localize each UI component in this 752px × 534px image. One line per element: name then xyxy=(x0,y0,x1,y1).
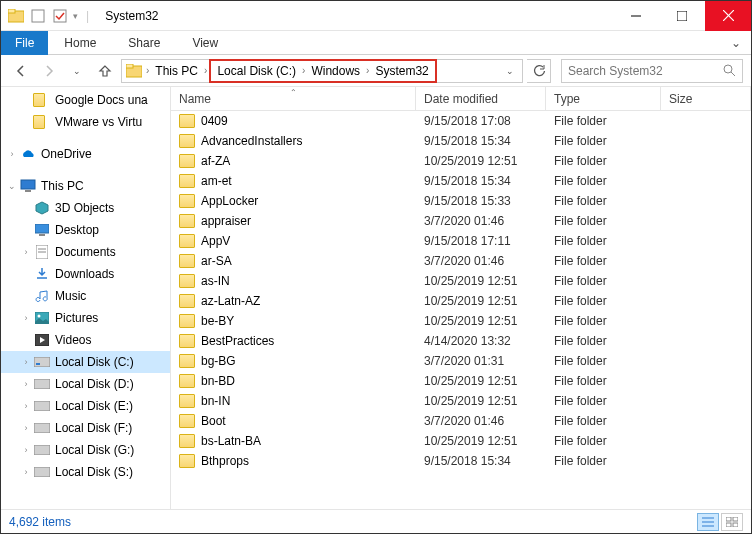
address-bar[interactable]: › This PC › Local Disk (C:) › Windows › … xyxy=(121,59,523,83)
refresh-button[interactable] xyxy=(527,59,551,83)
file-row[interactable]: BestPractices4/14/2020 13:32File folder xyxy=(171,331,751,351)
minimize-button[interactable] xyxy=(613,1,659,31)
tree-item-3d-objects[interactable]: 3D Objects xyxy=(1,197,170,219)
file-rows[interactable]: 04099/15/2018 17:08File folderAdvancedIn… xyxy=(171,111,751,509)
tree-item-disk-f[interactable]: › Local Disk (F:) xyxy=(1,417,170,439)
file-row[interactable]: bn-IN10/25/2019 12:51File folder xyxy=(171,391,751,411)
share-tab[interactable]: Share xyxy=(112,32,176,54)
search-input[interactable] xyxy=(568,64,723,78)
navigation-pane[interactable]: Google Docs una VMware vs Virtu › OneDri… xyxy=(1,87,171,509)
tree-item-disk-s[interactable]: › Local Disk (S:) xyxy=(1,461,170,483)
file-row[interactable]: AppV9/15/2018 17:11File folder xyxy=(171,231,751,251)
folder-icon xyxy=(179,454,195,468)
tree-item-disk-e[interactable]: › Local Disk (E:) xyxy=(1,395,170,417)
file-row[interactable]: AdvancedInstallers9/15/2018 15:34File fo… xyxy=(171,131,751,151)
close-button[interactable] xyxy=(705,1,751,31)
file-tab[interactable]: File xyxy=(1,31,48,55)
tree-item-google-docs[interactable]: Google Docs una xyxy=(1,89,170,111)
back-button[interactable] xyxy=(9,59,33,83)
expand-icon[interactable]: › xyxy=(19,379,33,389)
folder-icon xyxy=(179,114,195,128)
tree-item-music[interactable]: Music xyxy=(1,285,170,307)
tree-item-onedrive[interactable]: › OneDrive xyxy=(1,143,170,165)
file-type: File folder xyxy=(546,274,661,288)
file-row[interactable]: appraiser3/7/2020 01:46File folder xyxy=(171,211,751,231)
file-row[interactable]: am-et9/15/2018 15:34File folder xyxy=(171,171,751,191)
tree-item-disk-c[interactable]: › Local Disk (C:) xyxy=(1,351,170,373)
tree-item-downloads[interactable]: Downloads xyxy=(1,263,170,285)
expand-icon[interactable]: › xyxy=(19,423,33,433)
column-header-size[interactable]: Size xyxy=(661,87,751,110)
expand-icon[interactable]: › xyxy=(19,313,33,323)
column-header-type[interactable]: Type xyxy=(546,87,661,110)
chevron-right-icon[interactable]: › xyxy=(202,65,209,76)
file-row[interactable]: Bthprops9/15/2018 15:34File folder xyxy=(171,451,751,471)
tree-item-vmware[interactable]: VMware vs Virtu xyxy=(1,111,170,133)
chevron-right-icon[interactable]: › xyxy=(144,65,151,76)
3d-objects-icon xyxy=(33,200,51,216)
ribbon-expand-icon[interactable]: ⌄ xyxy=(721,36,751,50)
breadcrumb-windows[interactable]: Windows xyxy=(307,60,364,82)
file-type: File folder xyxy=(546,334,661,348)
column-header-name[interactable]: ⌃ Name xyxy=(171,87,416,110)
view-tab[interactable]: View xyxy=(176,32,234,54)
file-row[interactable]: bn-BD10/25/2019 12:51File folder xyxy=(171,371,751,391)
expand-icon[interactable]: › xyxy=(19,401,33,411)
file-date: 10/25/2019 12:51 xyxy=(416,394,546,408)
file-row[interactable]: Boot3/7/2020 01:46File folder xyxy=(171,411,751,431)
svg-point-10 xyxy=(724,65,732,73)
breadcrumb-local-disk[interactable]: Local Disk (C:) xyxy=(213,60,300,82)
up-button[interactable] xyxy=(93,59,117,83)
file-row[interactable]: 04099/15/2018 17:08File folder xyxy=(171,111,751,131)
file-name: AppLocker xyxy=(201,194,258,208)
disk-icon xyxy=(33,420,51,436)
maximize-button[interactable] xyxy=(659,1,705,31)
checkbox-icon[interactable] xyxy=(51,7,69,25)
svg-rect-3 xyxy=(54,10,66,22)
tree-item-disk-d[interactable]: › Local Disk (D:) xyxy=(1,373,170,395)
breadcrumb-system32[interactable]: System32 xyxy=(371,60,432,82)
file-name: BestPractices xyxy=(201,334,274,348)
column-header-date[interactable]: Date modified xyxy=(416,87,546,110)
expand-icon[interactable]: › xyxy=(19,445,33,455)
file-name: am-et xyxy=(201,174,232,188)
file-row[interactable]: ar-SA3/7/2020 01:46File folder xyxy=(171,251,751,271)
folder-icon xyxy=(179,134,195,148)
search-icon[interactable] xyxy=(723,64,736,77)
file-row[interactable]: be-BY10/25/2019 12:51File folder xyxy=(171,311,751,331)
expand-icon[interactable]: › xyxy=(5,149,19,159)
forward-button[interactable] xyxy=(37,59,61,83)
collapse-icon[interactable]: ⌄ xyxy=(5,181,19,191)
file-name: be-BY xyxy=(201,314,234,328)
expand-icon[interactable]: › xyxy=(19,247,33,257)
details-view-button[interactable] xyxy=(697,513,719,531)
expand-icon[interactable]: › xyxy=(19,357,33,367)
file-name: af-ZA xyxy=(201,154,230,168)
chevron-right-icon[interactable]: › xyxy=(364,65,371,76)
breadcrumb-this-pc[interactable]: This PC xyxy=(151,60,202,82)
file-row[interactable]: bs-Latn-BA10/25/2019 12:51File folder xyxy=(171,431,751,451)
tree-item-desktop[interactable]: Desktop xyxy=(1,219,170,241)
chevron-right-icon[interactable]: › xyxy=(300,65,307,76)
file-row[interactable]: bg-BG3/7/2020 01:31File folder xyxy=(171,351,751,371)
file-date: 4/14/2020 13:32 xyxy=(416,334,546,348)
file-row[interactable]: as-IN10/25/2019 12:51File folder xyxy=(171,271,751,291)
file-row[interactable]: af-ZA10/25/2019 12:51File folder xyxy=(171,151,751,171)
tree-item-documents[interactable]: › Documents xyxy=(1,241,170,263)
home-tab[interactable]: Home xyxy=(48,32,112,54)
file-row[interactable]: az-Latn-AZ10/25/2019 12:51File folder xyxy=(171,291,751,311)
qat-dropdown-icon[interactable]: ▾ xyxy=(73,11,78,21)
address-dropdown-icon[interactable]: ⌄ xyxy=(502,66,518,76)
expand-icon[interactable]: › xyxy=(19,467,33,477)
file-date: 3/7/2020 01:46 xyxy=(416,254,546,268)
tree-item-this-pc[interactable]: ⌄ This PC xyxy=(1,175,170,197)
quick-access-toolbar[interactable] xyxy=(29,7,47,25)
recent-dropdown-icon[interactable]: ⌄ xyxy=(65,59,89,83)
tree-item-pictures[interactable]: › Pictures xyxy=(1,307,170,329)
search-box[interactable] xyxy=(561,59,743,83)
file-type: File folder xyxy=(546,114,661,128)
large-icons-view-button[interactable] xyxy=(721,513,743,531)
tree-item-disk-g[interactable]: › Local Disk (G:) xyxy=(1,439,170,461)
file-row[interactable]: AppLocker9/15/2018 15:33File folder xyxy=(171,191,751,211)
tree-item-videos[interactable]: Videos xyxy=(1,329,170,351)
